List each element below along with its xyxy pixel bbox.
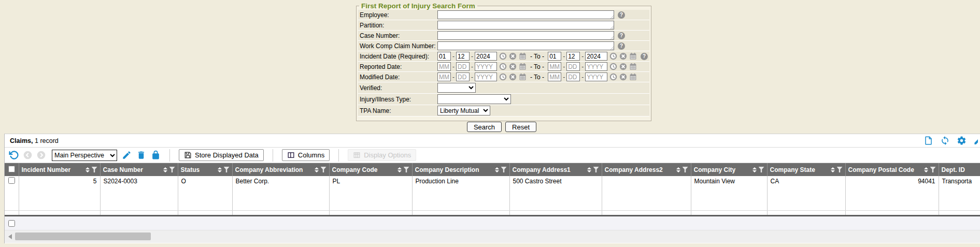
employee-help-icon[interactable]: ? [618,11,625,19]
reset-button[interactable]: Reset [505,122,536,132]
toolbar-divider [273,149,273,162]
incident-date-from-calendar-button[interactable] [518,52,527,61]
modified-date-from-dd-input[interactable] [456,72,470,81]
reported-date-to-dd-input[interactable] [566,62,580,71]
previous-perspective-button[interactable] [23,151,32,159]
footer-row-checkbox[interactable] [8,220,15,227]
case-number-input[interactable] [437,31,614,40]
modified-date-from-clear-button[interactable] [508,73,517,81]
date-separator: - [452,63,455,70]
modified-date-from-calendar-button[interactable] [518,73,527,81]
next-icon [37,151,46,159]
incident-date-from-clear-button[interactable] [508,52,517,61]
sort-icon[interactable] [831,167,835,172]
modified-date-to-dd-input[interactable] [566,72,580,81]
modified-date-from-yyyy-input[interactable] [475,72,497,81]
delete-perspective-button[interactable] [136,150,146,160]
scrollbar-thumb[interactable] [15,233,151,240]
store-displayed-data-button[interactable]: Store Displayed Data [179,149,264,161]
row-select-checkbox[interactable] [8,177,15,184]
modified-date-to-yyyy-input[interactable] [585,72,607,81]
reported-date-to-yyyy-input[interactable] [585,62,607,71]
incident-date-from-yyyy-input[interactable] [475,52,497,61]
reported-date-to-calendar-button[interactable] [629,63,637,71]
incident-date-to-calendar-button[interactable] [629,52,637,61]
filter-icon[interactable] [321,167,326,172]
reported-date-from-mm-input[interactable] [437,62,451,71]
incident-date-to-yyyy-input[interactable] [585,52,607,61]
filter-icon[interactable] [759,167,764,172]
incident-date-to-clear-button[interactable] [619,52,627,61]
sort-icon[interactable] [495,167,499,172]
modified-date-to-mm-input[interactable] [548,72,561,81]
modified-date-to-calendar-button[interactable] [629,73,637,81]
employee-input[interactable] [437,10,614,19]
sort-icon[interactable] [86,167,90,172]
injury-illness-type-select[interactable] [437,94,511,104]
case-number-help-icon[interactable]: ? [618,32,625,39]
search-button[interactable]: Search [467,122,502,132]
edit-perspective-button[interactable] [122,150,132,160]
filter-icon[interactable] [224,167,230,172]
panel-title-text: Claims, [10,137,33,144]
incident-date-help-icon[interactable]: ? [641,53,648,60]
reported-date-from-dd-input[interactable] [456,62,470,71]
verified-select[interactable] [437,83,476,93]
incident-date-from-mm-input[interactable] [437,52,451,61]
select-all-checkbox[interactable] [8,166,15,172]
column-label-company-postal-code: Company Postal Code [848,166,922,173]
grid-footer-row [5,216,980,230]
reported-date-to-mm-input[interactable] [548,62,561,71]
perspective-select[interactable]: Main Perspective [52,150,117,161]
sort-icon[interactable] [587,167,591,172]
filter-icon[interactable] [837,167,843,172]
modified-date-from-time-button[interactable] [499,73,507,81]
sort-icon[interactable] [163,167,167,172]
modified-date-to-time-button[interactable] [609,73,617,81]
incident-date-to-dd-input[interactable] [566,52,580,61]
filter-icon[interactable] [593,167,599,172]
x-circle-icon [509,73,517,81]
filter-icon[interactable] [404,167,409,172]
form-row-incident-date: Incident Date (Required):--- To ---? [358,51,649,62]
filter-icon[interactable] [169,167,175,172]
sort-icon[interactable] [315,167,319,172]
reported-date-from-time-button[interactable] [499,63,507,71]
undo-button[interactable] [9,150,19,160]
sort-icon[interactable] [218,167,222,172]
partition-input[interactable] [437,21,614,30]
new-document-button[interactable] [924,136,933,146]
refresh-button[interactable] [940,136,950,146]
horizontal-scrollbar[interactable] [5,230,980,243]
incident-date-to-mm-input[interactable] [548,52,561,61]
filter-icon[interactable] [930,167,936,172]
column-header-company-city: Company City [691,163,767,176]
incident-date-from-time-button[interactable] [499,52,507,61]
filter-icon[interactable] [501,167,507,172]
filter-icon[interactable] [92,167,97,172]
incident-date-to-time-button[interactable] [609,52,617,61]
modified-date-to-clear-button[interactable] [619,73,627,81]
work-comp-claim-number-help-icon[interactable]: ? [618,42,625,50]
settings-button[interactable] [957,136,967,146]
lock-perspective-button[interactable] [151,150,161,160]
reported-date-to-time-button[interactable] [609,63,617,71]
filter-icon[interactable] [683,167,688,172]
edit-button-clipped[interactable] [973,136,978,146]
sort-icon[interactable] [397,167,402,172]
next-perspective-button[interactable] [37,151,46,159]
sort-icon[interactable] [676,167,680,172]
reported-date-from-clear-button[interactable] [508,63,517,71]
scrollbar-left-arrow[interactable] [8,234,12,239]
columns-button[interactable]: Columns [282,149,330,161]
work-comp-claim-number-input[interactable] [437,41,614,50]
modified-date-from-mm-input[interactable] [437,72,451,81]
reported-date-to-clear-button[interactable] [619,63,627,71]
incident-date-from-dd-input[interactable] [456,52,470,61]
x-circle-icon [619,52,627,60]
tpa-name-select[interactable]: Liberty Mutual [437,106,490,115]
reported-date-from-yyyy-input[interactable] [475,62,497,71]
reported-date-from-calendar-button[interactable] [518,63,527,71]
sort-icon[interactable] [924,167,928,172]
sort-icon[interactable] [752,167,757,172]
